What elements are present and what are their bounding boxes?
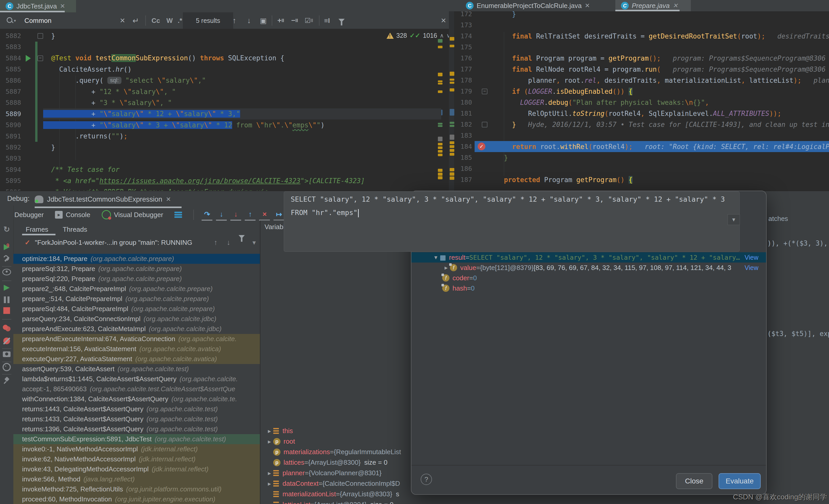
code-line[interactable]: 186 (449, 163, 829, 174)
code-line[interactable]: 5890 + "\"salary\" * 3 + \"salary\" * 12… (0, 119, 449, 131)
chevron-down-icon[interactable]: ▾ (252, 239, 256, 247)
search-input[interactable]: Common (25, 12, 51, 29)
result-row[interactable]: ▾▦result = SELECT "salary", 12 * "salary… (411, 252, 766, 262)
code-line[interactable]: 5888 + "3 * \"salary\", " (0, 97, 449, 108)
code-line[interactable]: 5894 /** Test case for (0, 164, 449, 175)
mute-breakpoints-icon[interactable] (2, 336, 11, 345)
code-line[interactable]: 5892 } (0, 142, 449, 153)
code-line[interactable]: 5893 (0, 153, 449, 164)
stack-frame-row[interactable]: testCommonSubExpression:5891, JdbcTest(o… (13, 434, 260, 444)
line-number[interactable]: 175 (455, 42, 472, 53)
evaluate-button[interactable]: Evaluate (719, 473, 761, 489)
line-number[interactable]: 5882 (3, 30, 21, 41)
wrench-icon[interactable] (2, 255, 11, 263)
line-number[interactable]: 187 (455, 174, 472, 185)
stack-frame-row[interactable]: prepareAndExecuteInternal:674, AvaticaCo… (13, 334, 260, 344)
stack-frame-row[interactable]: assertQuery:539, CalciteAssert(org.apach… (13, 364, 260, 374)
line-number[interactable]: 185 (455, 152, 472, 163)
filter-lines-icon[interactable]: ≡I (324, 12, 330, 29)
line-number[interactable]: 184 (455, 141, 472, 152)
code-line[interactable]: 177 final RelNode rootRel4 = program.run… (449, 64, 829, 75)
code-line[interactable]: 5882 } (0, 30, 449, 41)
code-line[interactable]: 5896 * View with ORDER BY throws Asserti… (0, 186, 449, 191)
stop-icon[interactable] (2, 306, 11, 315)
stack-frame-row[interactable]: invokeMethod:725, ReflectionUtils(org.ju… (13, 484, 260, 494)
tab-debugger[interactable]: Debugger (14, 211, 44, 219)
newline-icon[interactable]: ↵ (133, 12, 139, 29)
search-icon[interactable]: ▾ (6, 12, 16, 29)
stack-frame-row[interactable]: prepareSql:220, Prepare(org.apache.calci… (13, 274, 260, 284)
code-line[interactable]: 184✓ return root.withRel(rootRel4); root… (449, 141, 829, 152)
line-number[interactable]: 5884 (3, 53, 21, 64)
left-editor-content[interactable]: 328 ✓✓ 1016 ∧ ∨ 5882 }58835884– @Test vo… (0, 29, 449, 191)
code-line[interactable]: 174 final RelTraitSet desiredTraits = ge… (449, 31, 829, 42)
code-line[interactable]: 5885 CalciteAssert.hr() (0, 64, 449, 75)
prev-match-icon[interactable]: ↑ (232, 12, 236, 29)
regex-toggle[interactable]: .* (178, 12, 182, 29)
stack-frame-row[interactable]: invoke:43, DelegatingMethodAccessorImpl(… (13, 464, 260, 474)
stack-frame-row[interactable]: prepare_:514, CalcitePrepareImpl(org.apa… (13, 294, 260, 304)
step-over-icon[interactable]: ↷ (202, 209, 212, 221)
line-number[interactable]: 5890 (3, 119, 21, 131)
whole-words-toggle[interactable]: W (167, 12, 173, 29)
layout-settings-icon[interactable] (174, 212, 182, 218)
code-line[interactable]: 182 } Hyde, 2016/12/1, 03:57 • Test case… (449, 119, 829, 130)
camera-icon[interactable] (2, 350, 11, 359)
drop-frame-icon[interactable]: × (259, 209, 270, 221)
next-match-icon[interactable]: ↓ (247, 12, 251, 29)
line-number[interactable]: 5894 (3, 164, 21, 175)
tab-enumerableprojecttocalcrule[interactable]: C EnumerableProjectToCalcRule.java ✕ (460, 0, 615, 11)
expression-editor[interactable]: SELECT "salary", 12 * "salary", 3 * "sal… (284, 191, 740, 252)
select-all-occurrences-icon[interactable]: ▣ (260, 12, 266, 29)
result-row[interactable]: fcoder = 0 (411, 273, 766, 283)
filter-funnel-icon[interactable] (338, 12, 345, 29)
code-line[interactable]: 179– if (LOGGER.isDebugEnabled()) { (449, 86, 829, 97)
code-line[interactable]: 5884– @Test void testCommonSubExpression… (0, 53, 449, 64)
fold-marker-icon[interactable]: – (37, 56, 43, 61)
right-editor-content[interactable]: 172 }173174 final RelTraitSet desiredTra… (449, 11, 829, 191)
fold-marker-icon[interactable] (482, 122, 488, 128)
stack-frame-row[interactable]: accept:-1, 865490663(org.apache.calcite.… (13, 384, 260, 394)
settings-gear-icon[interactable] (2, 363, 11, 371)
match-case-toggle[interactable]: Cc (151, 12, 160, 29)
close-icon[interactable]: ✕ (166, 196, 171, 203)
line-number[interactable]: 174 (455, 31, 472, 42)
code-line[interactable]: 187 protected Program getProgram() { (449, 174, 829, 185)
next-frame-icon[interactable]: ↓ (227, 239, 230, 247)
tab-frames[interactable]: Frames (26, 225, 48, 233)
expand-chevron-icon[interactable]: ▸ (442, 264, 450, 271)
stack-frame-row[interactable]: prepareAndExecute:623, CalciteMetaImpl(o… (13, 324, 260, 334)
expression-combo-caret[interactable]: ▼ (727, 214, 740, 225)
code-line[interactable]: 176 final Program program = getProgram()… (449, 53, 829, 64)
force-step-into-icon[interactable]: ↓ (230, 209, 241, 221)
thread-selector[interactable]: ✓ "ForkJoinPool-1-worker-...in group "ma… (14, 236, 260, 249)
breakpoint-verified-icon[interactable]: ✓ (478, 143, 485, 150)
line-number[interactable]: 181 (455, 108, 472, 119)
hide-frames-funnel-icon[interactable] (239, 239, 245, 247)
run-test-icon[interactable] (26, 55, 31, 62)
stack-frame-row[interactable]: prepareSql:484, CalcitePrepareImpl(org.a… (13, 304, 260, 314)
help-icon[interactable]: ? (421, 474, 432, 485)
line-number[interactable]: 186 (455, 163, 472, 174)
expand-chevron-icon[interactable]: ▸ (265, 438, 273, 445)
code-line[interactable]: 181 RelOptUtil.toString(rootRel4, SqlExp… (449, 108, 829, 119)
close-icon[interactable]: ✕ (60, 3, 65, 10)
line-number[interactable]: 177 (455, 64, 472, 75)
view-link[interactable]: View (745, 254, 758, 261)
step-into-icon[interactable]: ↓ (216, 209, 227, 221)
check-selection-icon[interactable]: ☑II (304, 12, 313, 29)
line-number[interactable]: 173 (455, 20, 472, 31)
pin-icon[interactable] (2, 376, 11, 385)
line-number[interactable]: 5893 (3, 153, 21, 164)
line-number[interactable]: 5891 (3, 131, 21, 142)
code-line[interactable]: 5895 * <a href="https://issues.apache.or… (0, 175, 449, 186)
stack-frame-row[interactable]: invoke:566, Method(java.lang.reflect) (13, 474, 260, 484)
stack-frame-row[interactable]: withConnection:1384, CalciteAssert$Asser… (13, 394, 260, 404)
expand-chevron-icon[interactable]: ▸ (265, 470, 273, 477)
rerun-icon[interactable]: ↻ (2, 225, 11, 233)
stack-frame-row[interactable]: executeInternal:156, AvaticaStatement(or… (13, 344, 260, 354)
fold-marker-icon[interactable] (37, 33, 43, 39)
pause-icon[interactable] (2, 295, 11, 304)
resume-program-icon[interactable]: ▶ (2, 283, 11, 291)
stack-frame-row[interactable]: prepare2_:648, CalcitePrepareImpl(org.ap… (13, 284, 260, 294)
